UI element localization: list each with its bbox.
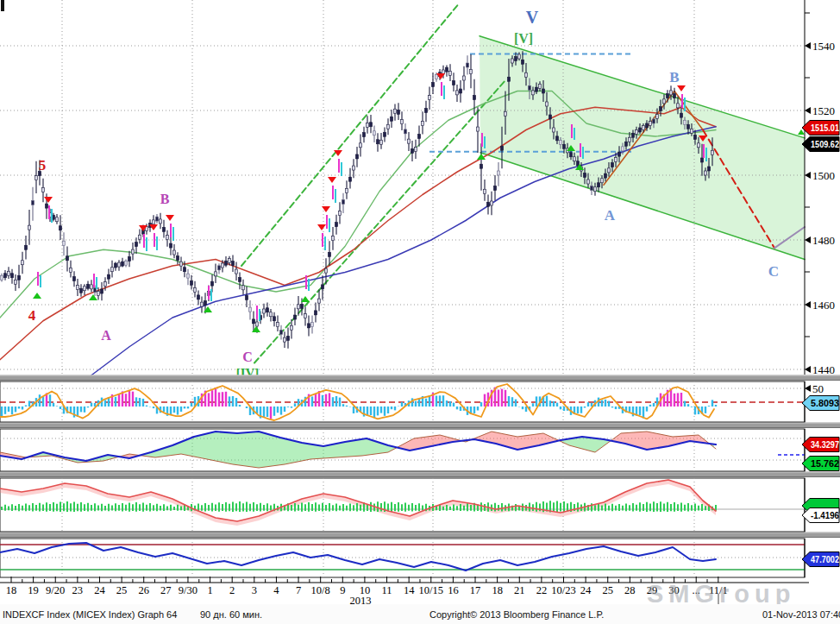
price-tick-label: 1540 — [812, 40, 835, 53]
candle-body — [255, 322, 258, 326]
time-tick-label: ... — [693, 584, 700, 596]
candle-body — [159, 219, 161, 224]
candle-body — [631, 133, 634, 137]
candle-body — [414, 148, 417, 152]
candle-body — [283, 337, 285, 342]
time-tick-label: 10/15 — [419, 584, 443, 596]
candle-body — [669, 91, 672, 95]
chart-canvas[interactable]: 54BAC[IV]V[V]ABC154015201500148014601440… — [0, 0, 840, 607]
candle-body — [359, 143, 361, 148]
candle-body — [459, 89, 461, 93]
candle-body — [324, 268, 327, 273]
candle-body — [690, 129, 693, 133]
candle-body — [700, 158, 703, 162]
time-tick-label: 23 — [72, 584, 84, 596]
candle-body — [590, 186, 592, 191]
candle-body — [66, 256, 68, 261]
candle-body — [179, 262, 182, 266]
candle-body — [362, 133, 365, 137]
candle-body — [376, 140, 379, 144]
value-badge-text: 15.762 — [811, 458, 839, 469]
candle-body — [262, 309, 265, 313]
indicator-panel-macd-style[interactable]: -1.4196 — [0, 478, 839, 532]
value-badge-text: 47.7002 — [811, 554, 839, 564]
candle-body — [55, 217, 58, 222]
candle-body — [431, 83, 434, 87]
candle-body — [445, 67, 448, 72]
value-badge: -1.4196 — [802, 508, 839, 523]
candle-body — [562, 144, 565, 148]
candle-body — [662, 99, 665, 104]
indicator-panel-momentum[interactable]: 505.8093 — [0, 381, 839, 422]
candle-body — [97, 291, 99, 295]
candle-body — [17, 275, 20, 280]
time-tick-label: 24 — [580, 584, 592, 596]
candle-body — [621, 147, 624, 151]
candle-body — [21, 261, 23, 265]
candle-body — [500, 146, 503, 150]
time-tick-label: 25 — [602, 584, 613, 596]
candle-body — [221, 263, 223, 268]
value-badge-text: 5.8093 — [811, 398, 839, 408]
time-tick-label: 30 — [668, 584, 680, 596]
time-tick-label: 25 — [116, 584, 128, 596]
wave-label: C — [768, 263, 779, 280]
candle-body — [245, 295, 248, 299]
price-tick-label: 1500 — [812, 169, 835, 182]
candle-body — [386, 124, 389, 129]
panel-divider[interactable] — [0, 472, 840, 478]
time-tick-label: 1 — [207, 584, 212, 596]
candle-body — [507, 77, 510, 81]
candle-body — [393, 109, 396, 113]
candle-body — [545, 102, 548, 106]
candle-body — [307, 324, 310, 328]
candle-body — [535, 87, 537, 91]
indicator-panel-rsi-style[interactable]: 47.7002 — [0, 539, 839, 577]
candle-body — [555, 136, 558, 141]
wave-label: A — [605, 207, 616, 224]
candle-body — [597, 183, 599, 187]
time-tick-label: 18 — [6, 584, 17, 596]
candle-body — [228, 258, 230, 262]
candle-body — [166, 236, 168, 240]
candle-body — [624, 142, 627, 146]
time-tick-label: 10/8 — [311, 584, 330, 596]
time-tick-label: 18 — [492, 584, 503, 596]
panel-plot-area[interactable] — [0, 429, 805, 471]
candle-body — [110, 268, 113, 272]
panel-divider[interactable] — [0, 423, 840, 429]
indicator-panel-oscillator-cloud[interactable]: 34.329715.762 — [0, 429, 839, 471]
panel-divider[interactable] — [0, 533, 840, 539]
time-tick-label: 7 — [296, 584, 301, 596]
time-tick-label: 2 — [229, 584, 235, 596]
candle-body — [538, 84, 541, 88]
candle-body — [680, 113, 682, 117]
candle-body — [373, 131, 375, 136]
candle-body — [241, 286, 244, 290]
panel-divider[interactable] — [0, 375, 840, 381]
candle-body — [649, 122, 651, 126]
candle-body — [162, 227, 165, 231]
price-tick-label: 1460 — [812, 299, 835, 312]
candle-body — [83, 287, 85, 291]
time-tick-label: 28 — [624, 584, 636, 596]
price-tick-label: 1520 — [812, 104, 835, 117]
status-period: 90 дн. 60 мин. — [200, 609, 262, 620]
candle-body — [697, 143, 699, 148]
candle-body — [128, 257, 130, 262]
value-badge-text: 1509.62 — [811, 139, 839, 149]
candle-body — [14, 280, 16, 284]
time-tick-label: 14 — [404, 584, 415, 596]
candle-body — [635, 130, 637, 135]
candle-body — [176, 256, 179, 261]
time-tick-label: 9 — [340, 584, 345, 596]
edge-artifact — [1, 0, 4, 11]
candle-body — [0, 275, 3, 280]
candle-body — [214, 272, 216, 276]
candle-body — [452, 81, 454, 85]
value-badge: 5.8093 — [802, 396, 839, 411]
candle-body — [286, 336, 289, 340]
candle-body — [348, 177, 351, 181]
candle-body — [183, 268, 185, 272]
candle-body — [314, 311, 317, 315]
